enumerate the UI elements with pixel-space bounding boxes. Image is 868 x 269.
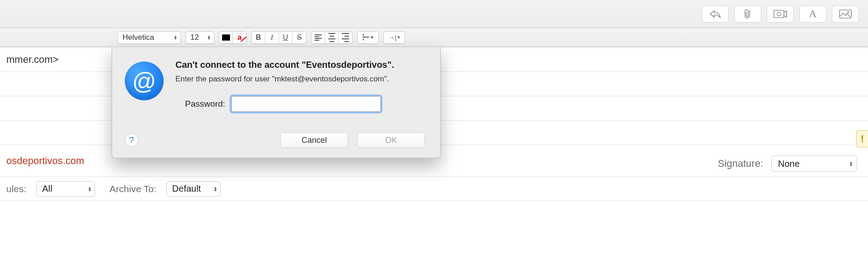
clear-style-icon: a bbox=[238, 33, 242, 42]
svg-point-3 bbox=[847, 11, 849, 13]
svg-rect-0 bbox=[774, 10, 784, 18]
cancel-button[interactable]: Cancel bbox=[280, 132, 348, 148]
font-value: Helvetica bbox=[123, 33, 154, 42]
ok-button[interactable]: OK bbox=[357, 132, 425, 148]
format-button[interactable]: A bbox=[799, 5, 826, 23]
align-center-button[interactable] bbox=[325, 32, 339, 43]
bold-button[interactable]: B bbox=[252, 32, 265, 43]
signature-label: Signature: bbox=[718, 158, 763, 170]
signature-area: Signature: None ▴▾ bbox=[718, 156, 857, 172]
rules-label: ules: bbox=[6, 184, 26, 194]
indent-button[interactable]: →| ▾ bbox=[384, 32, 405, 43]
dialog-subtitle: Enter the password for user "mktest@even… bbox=[175, 75, 425, 84]
at-symbol: @ bbox=[132, 67, 156, 94]
attach-button[interactable] bbox=[734, 5, 761, 23]
archive-value: Default bbox=[172, 184, 201, 194]
size-value: 12 bbox=[190, 33, 199, 42]
chevron-updown-icon: ▴▾ bbox=[850, 161, 852, 166]
italic-button[interactable]: I bbox=[265, 32, 279, 43]
options-row: ules: All ▴▾ Archive To: Default ▴▾ bbox=[0, 177, 868, 201]
text-color-button[interactable] bbox=[219, 32, 233, 43]
list-icon bbox=[363, 34, 369, 41]
password-input[interactable] bbox=[231, 96, 381, 112]
font-select[interactable]: Helvetica ▴▾ bbox=[118, 31, 181, 44]
underline-button[interactable]: U bbox=[279, 32, 292, 43]
svg-point-1 bbox=[777, 12, 781, 16]
format-toolbar: Helvetica ▴▾ 12 ▴▾ a B I U S ▾ →| ▾ bbox=[0, 28, 868, 47]
size-select[interactable]: 12 ▴▾ bbox=[185, 31, 214, 44]
help-button[interactable]: ? bbox=[125, 133, 138, 147]
account-icon: @ bbox=[125, 61, 164, 100]
archive-label: Archive To: bbox=[109, 184, 156, 194]
from-field-value: osdeportivos.com bbox=[6, 155, 84, 167]
archive-select[interactable]: Default ▴▾ bbox=[166, 181, 221, 197]
media-button[interactable] bbox=[832, 5, 859, 23]
list-group: ▾ bbox=[357, 31, 379, 44]
help-icon: ? bbox=[129, 135, 134, 145]
indent-icon: →| bbox=[388, 34, 396, 41]
align-right-button[interactable] bbox=[339, 32, 352, 43]
warning-badge[interactable]: ! bbox=[856, 130, 868, 147]
indent-group: →| ▾ bbox=[383, 31, 405, 44]
typography-group: B I U S bbox=[251, 31, 307, 44]
chevron-updown-icon: ▴▾ bbox=[89, 186, 91, 192]
align-center-icon bbox=[328, 32, 335, 43]
password-label: Password: bbox=[175, 99, 225, 109]
align-left-icon bbox=[315, 33, 322, 42]
dialog-title: Can't connect to the account "Eventosdep… bbox=[175, 60, 425, 70]
chevron-updown-icon: ▴▾ bbox=[208, 35, 210, 40]
list-button[interactable]: ▾ bbox=[358, 32, 378, 43]
swatch-icon bbox=[222, 34, 230, 41]
align-right-icon bbox=[342, 32, 349, 43]
signature-select[interactable]: None ▴▾ bbox=[771, 156, 857, 172]
align-group bbox=[311, 31, 353, 44]
rules-value: All bbox=[42, 184, 52, 194]
warning-icon: ! bbox=[861, 133, 864, 145]
rules-select[interactable]: All ▴▾ bbox=[36, 181, 95, 197]
chevron-updown-icon: ▴▾ bbox=[175, 35, 177, 40]
password-dialog: @ Can't connect to the account "Eventosd… bbox=[112, 47, 441, 158]
chevron-down-icon: ▾ bbox=[371, 34, 373, 40]
chevron-updown-icon: ▴▾ bbox=[214, 186, 217, 192]
photo-button[interactable] bbox=[767, 5, 794, 23]
color-group: a bbox=[219, 31, 247, 44]
ok-label: OK bbox=[385, 136, 397, 145]
chevron-down-icon: ▾ bbox=[397, 34, 400, 40]
to-field-value: mmer.com> bbox=[6, 54, 59, 66]
window-titlebar: A bbox=[0, 0, 868, 28]
clear-style-button[interactable]: a bbox=[233, 32, 246, 43]
svg-rect-2 bbox=[840, 10, 851, 18]
signature-value: None bbox=[778, 159, 800, 169]
strike-button[interactable]: S bbox=[292, 32, 306, 43]
align-left-button[interactable] bbox=[311, 32, 325, 43]
reply-button[interactable] bbox=[702, 5, 729, 23]
cancel-label: Cancel bbox=[302, 136, 327, 145]
